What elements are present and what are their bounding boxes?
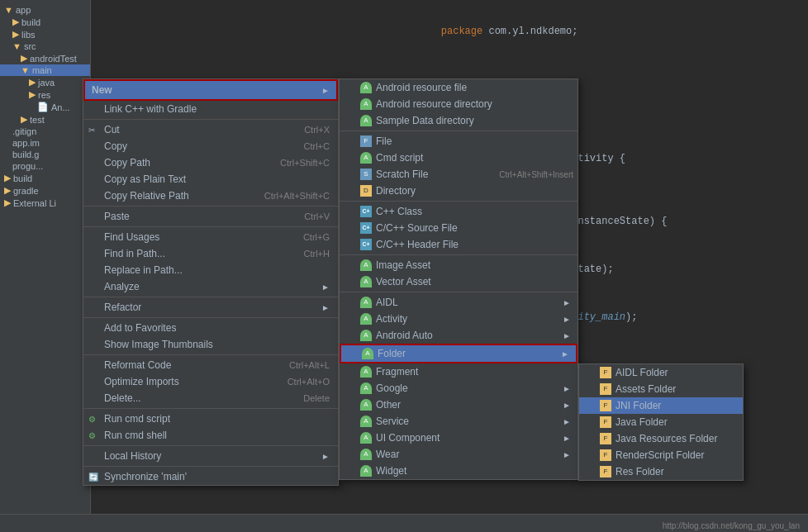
- submenu-android-resource-dir[interactable]: A Android resource directory: [340, 96, 577, 112]
- submenu-java-folder[interactable]: F Java Folder: [579, 414, 743, 430]
- menu-item-image-thumbnails[interactable]: Show Image Thumbnails: [83, 336, 338, 353]
- tree-item-src[interactable]: ▼ src: [0, 40, 90, 52]
- menu-item-cut[interactable]: ✂ Cut Ctrl+X: [83, 121, 338, 138]
- submenu-ui-component[interactable]: A UI Component ►: [340, 430, 577, 446]
- menu-item-analyze[interactable]: Analyze ►: [83, 278, 338, 295]
- tree-label: test: [30, 115, 45, 125]
- menu-paste-label: Paste: [104, 211, 288, 222]
- submenu-aidl[interactable]: A AIDL ►: [340, 294, 577, 311]
- android-icon: A: [360, 259, 372, 271]
- tree-item-build2[interactable]: ▶ build: [0, 172, 90, 184]
- submenu-fragment[interactable]: A Fragment: [340, 363, 577, 380]
- arrow-aidl: ►: [563, 298, 571, 307]
- submenu-widget[interactable]: A Widget: [340, 463, 577, 479]
- submenu-cpp-source[interactable]: C+ C/C++ Source File: [340, 220, 577, 236]
- arrow-activity: ►: [563, 315, 571, 324]
- submenu-scratch-file[interactable]: S Scratch File Ctrl+Alt+Shift+Insert: [340, 166, 577, 183]
- submenu-res-folder[interactable]: F Res Folder: [579, 463, 743, 480]
- submenu-cpp-header[interactable]: C+ C/C++ Header File: [340, 236, 577, 253]
- submenu-activity[interactable]: A Activity ►: [340, 311, 577, 327]
- submenu-label: Vector Asset: [376, 276, 431, 287]
- menu-item-run-cmd-shell[interactable]: ⚙ Run cmd shell: [83, 427, 338, 444]
- submenu-label: RenderScript Folder: [616, 449, 704, 461]
- menu-item-find-in-path[interactable]: Find in Path... Ctrl+H: [83, 245, 338, 262]
- sync-icon: 🔄: [88, 473, 98, 482]
- menu-item-paste[interactable]: Paste Ctrl+V: [83, 208, 338, 225]
- menu-item-run-cmd-script[interactable]: ⚙ Run cmd script: [83, 411, 338, 427]
- submenu-java-resources-folder[interactable]: F Java Resources Folder: [579, 430, 743, 447]
- menu-item-link-cpp[interactable]: Link C++ with Gradle: [83, 101, 338, 117]
- submenu-aidl-folder[interactable]: F AIDL Folder: [579, 364, 743, 381]
- submenu-label: File: [376, 135, 392, 147]
- folder-icon: ▶: [29, 89, 36, 100]
- folder-icon: F: [600, 367, 611, 378]
- cmd-shell-icon: ⚙: [88, 431, 96, 440]
- submenu-directory[interactable]: D Directory: [340, 183, 577, 199]
- tree-item-build[interactable]: ▶ build: [0, 16, 90, 28]
- tree-item-gradle[interactable]: ▶ gradle: [0, 184, 90, 197]
- separator-3: [83, 226, 338, 227]
- menu-item-synchronize[interactable]: 🔄 Synchronize 'main': [83, 468, 338, 485]
- android-icon: A: [360, 82, 372, 93]
- folder-icon: ▶: [4, 197, 11, 208]
- submenu-wear[interactable]: A Wear ►: [340, 446, 577, 463]
- menu-item-add-favorites[interactable]: Add to Favorites: [83, 320, 338, 336]
- tree-label: app: [16, 5, 31, 15]
- tree-item-external[interactable]: ▶ External Li: [0, 197, 90, 209]
- menu-item-copy-path[interactable]: Copy Path Ctrl+Shift+C: [83, 154, 338, 171]
- tree-label: main: [32, 65, 52, 75]
- copy-relative-shortcut: Ctrl+Alt+Shift+C: [264, 191, 330, 201]
- submenu-cmd-script[interactable]: A Cmd script: [340, 150, 577, 166]
- menu-delete-label: Delete...: [104, 392, 287, 404]
- submenu-service[interactable]: A Service ►: [340, 413, 577, 430]
- submenu-android-resource-file[interactable]: A Android resource file: [340, 79, 577, 96]
- menu-item-refactor[interactable]: Refactor ►: [83, 299, 338, 316]
- menu-item-delete[interactable]: Delete... Delete: [83, 390, 338, 406]
- submenu-cpp-class[interactable]: C+ C++ Class: [340, 203, 577, 220]
- submenu-label: Activity: [376, 313, 407, 325]
- submenu-label: Assets Folder: [616, 383, 676, 395]
- menu-item-new[interactable]: New ►: [83, 79, 338, 101]
- tree-item-proguard[interactable]: progu...: [0, 160, 90, 172]
- submenu-folder[interactable]: A Folder ►: [340, 344, 577, 363]
- submenu-sample-data-dir[interactable]: A Sample Data directory: [340, 112, 577, 129]
- tree-label: build: [13, 173, 32, 183]
- android-icon: A: [360, 98, 372, 110]
- submenu-google[interactable]: A Google ►: [340, 380, 577, 397]
- tree-item-app[interactable]: ▼ app: [0, 4, 90, 16]
- tree-item-res[interactable]: ▶ res: [0, 88, 90, 101]
- menu-item-find-usages[interactable]: Find Usages Ctrl+G: [83, 229, 338, 245]
- tree-item-test[interactable]: ▶ test: [0, 113, 90, 126]
- tree-item-libs[interactable]: ▶ libs: [0, 28, 90, 40]
- tree-label: build: [21, 17, 40, 27]
- submenu-android-auto[interactable]: A Android Auto ►: [340, 327, 577, 344]
- menu-item-copy-plain[interactable]: Copy as Plain Text: [83, 171, 338, 188]
- submenu-other[interactable]: A Other ►: [340, 397, 577, 413]
- code-line-1: package com.yl.ndkdemo;: [417, 8, 796, 56]
- tree-item-appim[interactable]: app.im: [0, 137, 90, 149]
- cpp-icon: C+: [360, 222, 372, 234]
- menu-item-copy[interactable]: Copy Ctrl+C: [83, 138, 338, 154]
- submenu-renderscript-folder[interactable]: F RenderScript Folder: [579, 447, 743, 463]
- tree-item-main[interactable]: ▼ main: [0, 64, 90, 76]
- tree-item-an[interactable]: 📄 An...: [0, 101, 90, 113]
- tree-item-java[interactable]: ▶ java: [0, 76, 90, 88]
- submenu-vector-asset[interactable]: A Vector Asset: [340, 273, 577, 290]
- tree-item-androidtest[interactable]: ▶ androidTest: [0, 52, 90, 64]
- file-icon: F: [360, 135, 372, 147]
- menu-item-replace-in-path[interactable]: Replace in Path...: [83, 262, 338, 278]
- submenu-jni-folder[interactable]: F JNI Folder: [579, 397, 743, 414]
- submenu-file[interactable]: F File: [340, 133, 577, 150]
- android-icon: A: [360, 330, 372, 341]
- cpp-icon: C+: [360, 206, 372, 217]
- menu-item-optimize[interactable]: Optimize Imports Ctrl+Alt+O: [83, 373, 338, 390]
- folder-icon: F: [600, 433, 611, 444]
- submenu-assets-folder[interactable]: F Assets Folder: [579, 381, 743, 397]
- menu-item-local-history[interactable]: Local History ►: [83, 448, 338, 464]
- tree-item-gitignore[interactable]: .gitign: [0, 126, 90, 137]
- menu-item-copy-relative[interactable]: Copy Relative Path Ctrl+Alt+Shift+C: [83, 188, 338, 204]
- tree-item-buildg[interactable]: build.g: [0, 149, 90, 160]
- submenu-image-asset[interactable]: A Image Asset: [340, 257, 577, 273]
- menu-replace-label: Replace in Path...: [104, 264, 330, 276]
- menu-item-reformat[interactable]: Reformat Code Ctrl+Alt+L: [83, 357, 338, 373]
